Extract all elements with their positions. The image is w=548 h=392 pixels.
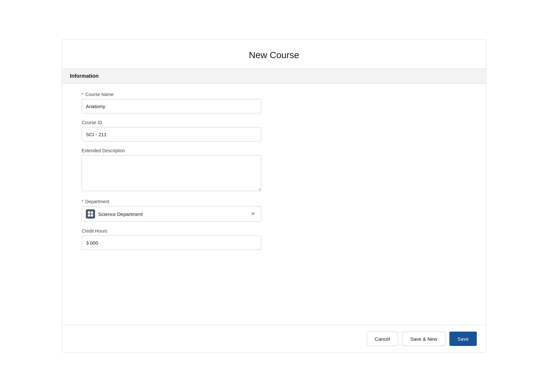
credit-hours-group: Credit Hours	[82, 228, 466, 250]
credit-hours-input[interactable]	[82, 236, 261, 250]
form-body: * Course Name Course ID Extended Descrip…	[62, 84, 486, 325]
department-group: * Department Science Department ✕	[82, 199, 466, 222]
required-star-name: *	[82, 92, 83, 97]
department-icon	[86, 209, 95, 219]
section-header: Information	[62, 68, 486, 84]
required-star-dept: *	[82, 199, 83, 204]
extended-description-label: Extended Description	[82, 148, 466, 153]
cancel-button[interactable]: Cancel	[367, 332, 398, 346]
save-new-button[interactable]: Save & New	[402, 332, 445, 346]
modal-header: New Course	[62, 40, 486, 68]
course-name-label: * Course Name	[82, 92, 466, 97]
department-value: Science Department	[98, 211, 143, 217]
modal-title: New Course	[70, 50, 478, 60]
course-name-input[interactable]	[82, 99, 261, 113]
department-field[interactable]: Science Department ✕	[82, 206, 261, 222]
course-id-group: Course ID	[82, 120, 466, 141]
dept-icon-grid	[88, 211, 93, 217]
course-id-label: Course ID	[82, 120, 466, 125]
department-left: Science Department	[86, 209, 143, 219]
course-id-input[interactable]	[82, 127, 261, 141]
modal-footer: Cancel Save & New Save	[62, 325, 486, 352]
section-title: Information	[70, 73, 99, 79]
course-name-group: * Course Name	[82, 92, 466, 113]
department-clear-button[interactable]: ✕	[249, 211, 257, 217]
credit-hours-label: Credit Hours	[82, 228, 466, 234]
department-label: * Department	[82, 199, 466, 204]
extended-description-input[interactable]	[82, 155, 261, 191]
modal: New Course Information * Course Name Cou…	[62, 39, 486, 353]
extended-description-group: Extended Description	[82, 148, 466, 192]
save-button[interactable]: Save	[449, 332, 477, 346]
